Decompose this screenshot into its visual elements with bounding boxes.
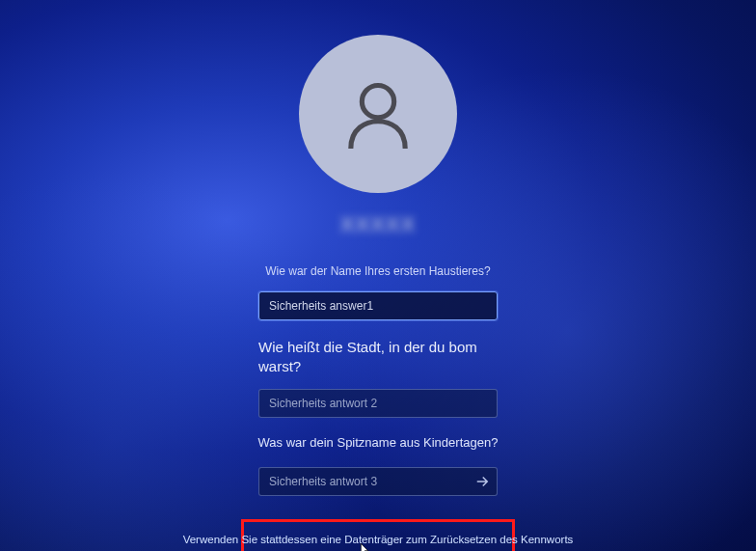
security-question-1: Wie war der Name Ihres ersten Haustieres… (265, 264, 490, 278)
user-avatar (299, 35, 457, 193)
username-label: XXXXX (340, 212, 416, 237)
security-question-2: Wie heißt die Stadt, in der du bom warst… (258, 338, 498, 377)
security-answer-3-input[interactable] (258, 467, 498, 496)
svg-point-0 (362, 86, 393, 118)
security-answer-2-input[interactable] (258, 389, 498, 418)
submit-button[interactable] (472, 472, 492, 491)
person-icon (338, 74, 418, 153)
security-question-3: Was war dein Spitzname aus Kindertagen? (258, 435, 499, 450)
arrow-right-icon (473, 473, 491, 490)
highlight-box: Verwenden Sie stattdessen eine Datenträg… (241, 519, 515, 552)
security-answer-1-input[interactable] (258, 291, 498, 320)
password-reset-disk-link[interactable]: Verwenden Sie stattdessen eine Datenträg… (183, 534, 574, 545)
